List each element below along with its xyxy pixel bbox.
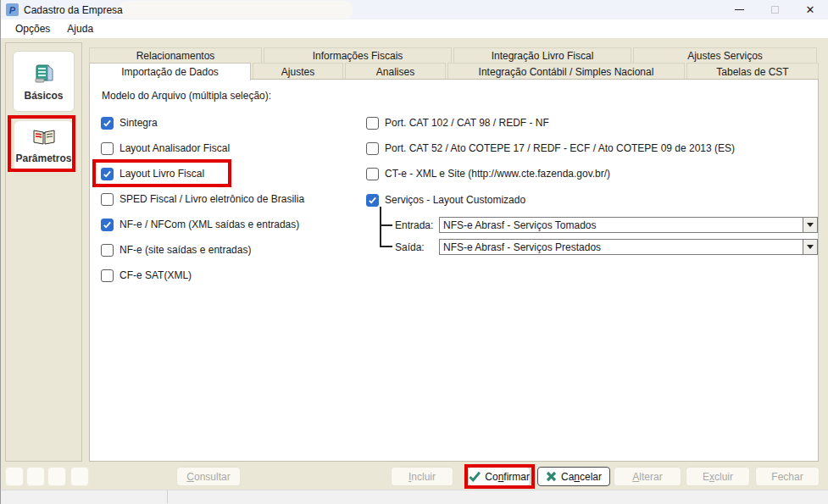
checkbox-row-servicos-layout-customizado[interactable]: Serviços - Layout Customizado [366, 193, 525, 207]
section-label: Modelo do Arquivo (múltipla seleção): [102, 90, 271, 102]
incluir-button[interactable]: Incluir [391, 467, 453, 486]
card-file-icon [33, 62, 55, 86]
window-controls: ✕ [721, 0, 828, 19]
sidebar-item-label: Parâmetros [15, 152, 71, 164]
open-book-icon [32, 128, 56, 149]
checkbox[interactable] [101, 244, 114, 257]
close-button[interactable]: ✕ [792, 0, 828, 19]
titlebar-highlight [119, 1, 353, 19]
checkbox-row-cte-xml[interactable]: CT-e - XML e Site (http://www.cte.fazend… [366, 167, 610, 180]
tree-connector-entrada [380, 224, 392, 226]
menubar: Opções Ajuda [1, 19, 828, 38]
checkbox-row-layout-analisador-fiscal[interactable]: Layout Analisador Fiscal [101, 141, 230, 155]
window-title: Cadastro da Empresa [24, 4, 123, 16]
checkbox-label: NF-e (site saídas e entradas) [119, 244, 251, 256]
checkbox-label: Sintegra [119, 117, 158, 129]
app-logo-icon: P [6, 3, 19, 16]
checkbox[interactable] [101, 117, 114, 130]
alterar-button[interactable]: Alterar [614, 467, 681, 486]
chevron-down-icon [807, 223, 814, 227]
checkbox[interactable] [101, 269, 114, 282]
nav-button-first[interactable] [5, 467, 24, 486]
checkbox[interactable] [366, 117, 379, 130]
saida-dropdown-button[interactable] [803, 240, 817, 254]
entrada-dropdown-button[interactable] [803, 218, 817, 232]
nav-button-prev[interactable] [26, 467, 45, 486]
x-icon [546, 471, 557, 482]
checkbox[interactable] [101, 168, 114, 180]
checkbox-label: Layout Analisador Fiscal [119, 142, 230, 154]
chevron-down-icon [807, 245, 814, 249]
checkbox-row-layout-livro-fiscal[interactable]: Layout Livro Fiscal [101, 167, 204, 180]
statusbar [1, 490, 828, 504]
fechar-button[interactable]: Fechar [755, 467, 820, 486]
cancelar-button[interactable]: Cancelar [537, 467, 610, 486]
importacao-de-dados-panel: Modelo do Arquivo (múltipla seleção): Si… [89, 79, 819, 462]
statusbar-divider [167, 490, 168, 503]
menu-ajuda[interactable]: Ajuda [59, 20, 101, 37]
tab-ajustes[interactable]: Ajustes [253, 63, 343, 80]
cadastro-da-empresa-window: P Cadastro da Empresa ✕ Opções Ajuda [0, 0, 828, 504]
check-icon [469, 471, 481, 482]
maximize-icon [771, 6, 779, 14]
checkbox-label: CT-e - XML e Site (http://www.cte.fazend… [385, 168, 610, 180]
checkbox-label: SPED Fiscal / Livro eletrônico de Brasil… [119, 193, 304, 205]
maximize-button[interactable] [757, 0, 792, 19]
tab-row-upper: Relacionamentos Informações Fiscais Inte… [89, 47, 817, 63]
checkbox-row-nfe-nfcom[interactable]: NF-e / NFCom (XML saídas e entradas) [101, 218, 299, 231]
sidebar-item-basicos[interactable]: Básicos [13, 51, 75, 112]
checkbox-label: NF-e / NFCom (XML saídas e entradas) [119, 219, 299, 230]
entrada-label: Entrada: [395, 219, 437, 231]
close-icon: ✕ [806, 4, 815, 15]
check-icon [103, 119, 112, 128]
sidebar-item-label: Básicos [24, 90, 63, 102]
tab-analises[interactable]: Analises [345, 63, 446, 80]
minimize-button[interactable] [721, 0, 757, 19]
entrada-combobox[interactable]: NFS-e Abrasf - Serviços Tomados [439, 217, 818, 233]
tab-row-lower: Importação de Dados Ajustes Analises Int… [89, 63, 819, 80]
tab-tabelas-de-cst[interactable]: Tabelas de CST [686, 63, 819, 80]
checkbox-label: Layout Livro Fiscal [119, 168, 204, 180]
checkbox-label: Serviços - Layout Customizado [385, 194, 525, 206]
saida-combobox[interactable]: NFS-e Abrasf - Serviços Prestados [439, 239, 818, 255]
tree-connector-vertical [380, 207, 381, 247]
titlebar: P Cadastro da Empresa ✕ [1, 0, 828, 19]
nav-button-next[interactable] [47, 467, 66, 486]
checkbox[interactable] [366, 142, 379, 155]
menu-opcoes[interactable]: Opções [8, 20, 58, 37]
tree-connector-saida [380, 246, 392, 247]
check-icon [368, 196, 377, 205]
checkbox-row-port-cat-52[interactable]: Port. CAT 52 / Ato COTEPE 17 / REDF - EC… [366, 141, 735, 155]
checkbox[interactable] [366, 194, 379, 207]
tab-informacoes-fiscais[interactable]: Informações Fiscais [264, 47, 452, 63]
checkbox[interactable] [101, 193, 114, 206]
checkbox[interactable] [366, 168, 379, 180]
saida-label: Saída: [395, 241, 437, 253]
tab-integracao-livro-fiscal[interactable]: Integração Livro Fiscal [453, 47, 631, 63]
checkbox-row-cfe-sat[interactable]: CF-e SAT(XML) [101, 269, 192, 282]
checkbox-label: Port. CAT 102 / CAT 98 / REDF - NF [385, 117, 549, 129]
check-icon [103, 220, 112, 230]
entrada-value: NFS-e Abrasf - Serviços Tomados [440, 218, 803, 232]
sidebar: Básicos Parâmetros [5, 42, 82, 462]
checkbox-row-port-cat-102[interactable]: Port. CAT 102 / CAT 98 / REDF - NF [366, 116, 549, 130]
check-icon [103, 169, 112, 179]
checkbox-row-nfe-site[interactable]: NF-e (site saídas e entradas) [101, 243, 251, 257]
tab-integracao-contabil[interactable]: Integração Contábil / Simples Nacional [447, 63, 685, 80]
sidebar-item-parametros[interactable]: Parâmetros [14, 121, 73, 170]
nav-button-last[interactable] [70, 467, 89, 486]
consultar-button[interactable]: Consultar [176, 467, 241, 486]
checkbox-label: CF-e SAT(XML) [119, 269, 192, 281]
excluir-button[interactable]: Excluir [686, 467, 750, 486]
tab-relacionamentos[interactable]: Relacionamentos [89, 47, 262, 63]
checkbox[interactable] [101, 142, 114, 155]
checkbox-label: Port. CAT 52 / Ato COTEPE 17 / REDF - EC… [385, 142, 735, 154]
confirmar-button[interactable]: Confirmar [468, 467, 531, 486]
checkbox[interactable] [101, 219, 114, 231]
tab-ajustes-servicos[interactable]: Ajustes Serviços [633, 47, 817, 63]
minimize-icon [735, 9, 744, 10]
checkbox-row-sintegra[interactable]: Sintegra [101, 116, 158, 130]
saida-value: NFS-e Abrasf - Serviços Prestados [440, 240, 803, 254]
tab-importacao-de-dados[interactable]: Importação de Dados [89, 63, 251, 80]
checkbox-row-sped-fiscal[interactable]: SPED Fiscal / Livro eletrônico de Brasil… [101, 192, 304, 206]
